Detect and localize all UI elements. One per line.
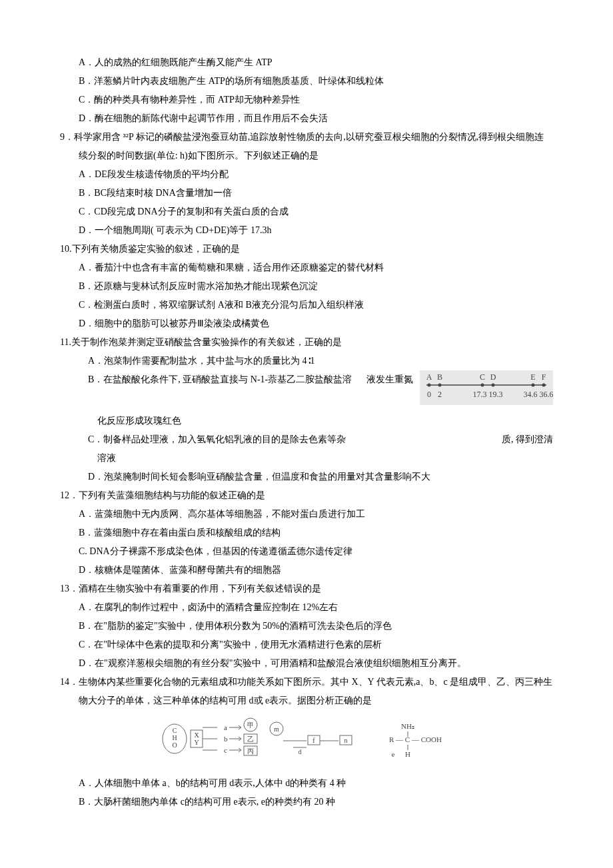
- svg-point-6: [542, 384, 546, 387]
- q11-option-d: D．泡菜腌制时间长短会影响亚硝酸盐含量，但温度和食盐的用量对其含量影响不大: [60, 468, 553, 486]
- q11-option-b-row: A B C D E F 0 2 17.3 19.3 34.6 36.6 B．在盐…: [60, 370, 553, 412]
- svg-text:n: n: [344, 737, 348, 744]
- tl-label-d: D: [490, 372, 496, 382]
- q8-option-c: C．酶的种类具有物种差异性，而 ATP却无物种差异性: [60, 91, 553, 109]
- svg-text:乙: 乙: [247, 735, 254, 743]
- svg-text:O: O: [172, 741, 177, 749]
- question-10: 10.下列有关物质鉴定实验的叙述，正确的是 A．番茄汁中也含有丰富的葡萄糖和果糖…: [60, 240, 553, 333]
- q9-stem-line1: 9．科学家用含 ³²P 标记的磷酸盐浸泡蚕豆幼苗,追踪放射性物质的去向,以研究蚕…: [60, 128, 553, 147]
- svg-text:e: e: [392, 750, 395, 758]
- q13-stem: 13．酒精在生物实验中有着重要的作用，下列有关叙述错误的是: [60, 580, 553, 598]
- tl-val-0: 0: [427, 390, 431, 399]
- q11-option-c-row: C．制备样品处理液，加入氢氧化铝乳液的目的是除去色素等杂 质, 得到澄清: [60, 430, 553, 449]
- tl-val-34: 34.6: [524, 390, 538, 399]
- question-12: 12．下列有关蓝藻细胞结构与功能的叙述正确的是 A．蓝藻细胞中无内质网、高尔基体…: [60, 486, 553, 580]
- q8-option-a: A．人的成熟的红细胞既能产生酶又能产生 ATP: [60, 53, 553, 72]
- q9-option-d: D．一个细胞周期( 可表示为 CD+DE)等于 17.3h: [60, 221, 553, 240]
- q8-option-d: D．酶在细胞的新陈代谢中起调节作用，而且作用后不会失活: [60, 109, 553, 128]
- tl-val-19: 19.3: [489, 390, 503, 399]
- svg-text:H: H: [405, 750, 410, 758]
- q8-option-b: B．洋葱鳞片叶内表皮细胞产生 ATP的场所有细胞质基质、叶绿体和线粒体: [60, 72, 553, 91]
- q10-option-c: C．检测蛋白质时，将双缩脲试剂 A液和 B液充分混匀后加入组织样液: [60, 296, 553, 314]
- svg-text:c: c: [224, 746, 227, 754]
- question-11: 11.关于制作泡菜并测定亚硝酸盐含量实验操作的有关叙述，正确的是 A．泡菜制作需…: [60, 333, 553, 486]
- svg-text:b: b: [224, 735, 228, 743]
- q13-option-a: A．在腐乳的制作过程中，卤汤中的酒精含量应控制在 12%左右: [60, 598, 553, 617]
- tl-label-a: A: [426, 372, 432, 382]
- tl-label-b: B: [437, 372, 442, 382]
- svg-text:X: X: [194, 731, 199, 739]
- svg-point-5: [532, 384, 535, 387]
- q11-option-b-part2: 液发生重氮: [366, 370, 413, 389]
- svg-text:丙: 丙: [247, 747, 254, 755]
- q11-option-c-part1: C．制备样品处理液，加入氢氧化铝乳液的目的是除去色素等杂: [88, 434, 346, 444]
- q14-stem-line2: 物大分子的单体，这三种单体的结构可用 d或 e表示。据图分析正确的是: [60, 691, 553, 710]
- question-9: 9．科学家用含 ³²P 标记的磷酸盐浸泡蚕豆幼苗,追踪放射性物质的去向,以研究蚕…: [60, 128, 553, 240]
- svg-text:Y: Y: [194, 739, 199, 746]
- q12-stem: 12．下列有关蓝藻细胞结构与功能的叙述正确的是: [60, 486, 553, 505]
- q11-option-b-part3: 化反应形成玫瑰红色: [60, 412, 553, 430]
- tl-val-2: 2: [438, 390, 442, 399]
- tl-val-36: 36.6: [540, 390, 554, 399]
- question-14: 14．生物体内某些重要化合物的元素组成和功能关系如下图所示。其中 X、Y 代表元…: [60, 673, 553, 811]
- svg-text:m: m: [274, 725, 279, 733]
- q10-option-a: A．番茄汁中也含有丰富的葡萄糖和果糖，适合用作还原糖鉴定的替代材料: [60, 258, 553, 277]
- q12-option-b: B．蓝藻细胞中存在着由蛋白质和核酸组成的结构: [60, 524, 553, 542]
- timeline-figure: A B C D E F 0 2 17.3 19.3 34.6 36.6: [420, 370, 553, 412]
- tl-val-17: 17.3: [473, 390, 487, 399]
- q12-option-c: C. DNA分子裸露不形成染色体，但基因的传递遵循孟德尔遗传定律: [60, 542, 553, 561]
- q11-option-c-part3: 溶液: [60, 449, 553, 468]
- tl-label-c: C: [480, 372, 485, 382]
- question-13: 13．酒精在生物实验中有着重要的作用，下列有关叙述错误的是 A．在腐乳的制作过程…: [60, 580, 553, 673]
- question-8-options: A．人的成熟的红细胞既能产生酶又能产生 ATP B．洋葱鳞片叶内表皮细胞产生 A…: [60, 53, 553, 128]
- q11-option-c-part2: 质, 得到澄清: [502, 430, 553, 449]
- svg-text:a: a: [224, 723, 227, 731]
- svg-point-4: [492, 384, 495, 387]
- q13-option-d: D．在"观察洋葱根尖细胞的有丝分裂"实验中，可用酒精和盐酸混合液使组织细胞相互分…: [60, 654, 553, 673]
- q11-option-a: A．泡菜制作需要配制盐水，其中盐与水的质量比为 4∶1: [60, 352, 553, 370]
- svg-text:NH₂: NH₂: [401, 722, 414, 730]
- svg-point-3: [481, 384, 484, 387]
- q9-option-b: B．BC段结束时核 DNA含量增加一倍: [60, 184, 553, 203]
- svg-text:C: C: [173, 727, 177, 734]
- svg-point-2: [438, 384, 442, 387]
- q14-option-b: B．大肠杆菌细胞内单体 c的结构可用 e表示, e的种类约有 20 种: [60, 793, 553, 811]
- svg-text:f: f: [312, 737, 315, 744]
- q9-option-c: C．CD段完成 DNA分子的复制和有关蛋白质的合成: [60, 203, 553, 221]
- q10-option-b: B．还原糖与斐林试剂反应时需水浴加热才能出现紫色沉淀: [60, 277, 553, 296]
- q13-option-b: B．在"脂肪的鉴定"实验中，使用体积分数为 50%的酒精可洗去染色后的浮色: [60, 617, 553, 636]
- q12-option-d: D．核糖体是噬菌体、蓝藻和酵母菌共有的细胞器: [60, 561, 553, 580]
- q12-option-a: A．蓝藻细胞中无内质网、高尔基体等细胞器，不能对蛋白质进行加工: [60, 505, 553, 524]
- q14-option-a: A．人体细胞中单体 a、b的结构可用 d表示,人体中 d的种类有 4 种: [60, 774, 553, 793]
- svg-text:d: d: [299, 748, 302, 755]
- q11-option-b-part1: B．在盐酸酸化条件下, 亚硝酸盐直接与 N-1-萘基乙二胺盐酸盐溶: [88, 374, 352, 384]
- svg-text:甲: 甲: [247, 721, 254, 729]
- q9-stem-line2: 续分裂的时间数据(单位: h)如下图所示。下列叙述正确的是: [60, 147, 553, 165]
- tl-label-f: F: [542, 372, 546, 382]
- q14-stem-line1: 14．生物体内某些重要化合物的元素组成和功能关系如下图所示。其中 X、Y 代表元…: [60, 673, 553, 691]
- q10-stem: 10.下列有关物质鉴定实验的叙述，正确的是: [60, 240, 553, 258]
- q11-stem: 11.关于制作泡菜并测定亚硝酸盐含量实验操作的有关叙述，正确的是: [60, 333, 553, 352]
- tl-label-e: E: [530, 372, 535, 382]
- svg-point-1: [428, 384, 431, 387]
- svg-text:R — C — COOH: R — C — COOH: [389, 735, 442, 743]
- q13-option-c: C．在"叶绿体中色素的提取和分离"实验中，使用无水酒精进行色素的层析: [60, 636, 553, 654]
- svg-text:H: H: [172, 734, 177, 741]
- q10-option-d: D．细胞中的脂肪可以被苏丹Ⅲ染液染成橘黄色: [60, 314, 553, 333]
- q14-diagram: C H O X Y a b c 甲 乙 丙: [60, 710, 553, 774]
- q9-option-a: A．DE段发生核遗传物质的平均分配: [60, 165, 553, 184]
